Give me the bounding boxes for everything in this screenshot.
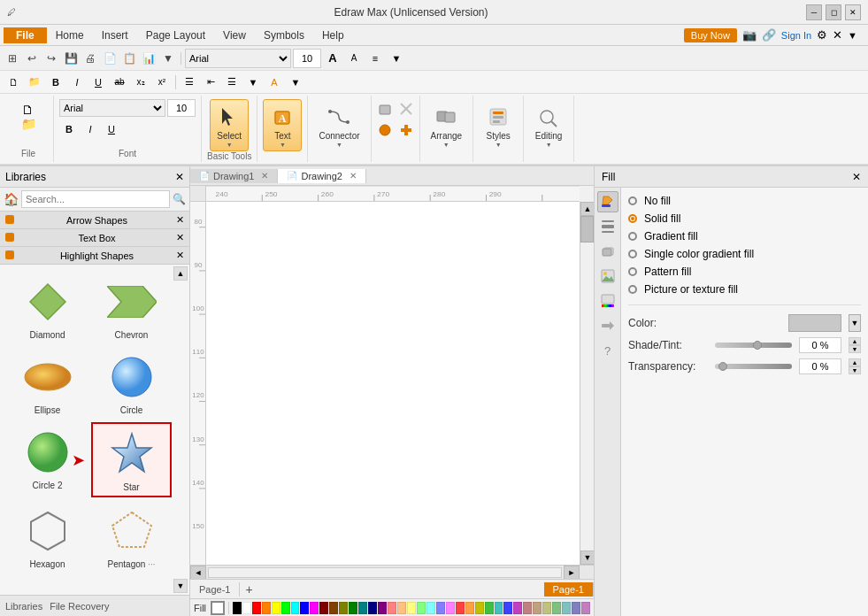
color-magenta[interactable]	[310, 602, 319, 614]
font-color-button[interactable]: ▼	[286, 73, 305, 92]
color-cyan[interactable]	[291, 602, 300, 614]
page1-tab[interactable]: Page-1	[190, 582, 240, 597]
arrow-shapes-close[interactable]: ✕	[176, 214, 184, 226]
color-lightcyan[interactable]	[426, 602, 435, 614]
highlight-shapes-section[interactable]: Highlight Shapes ✕	[0, 247, 189, 265]
menu-help[interactable]: Help	[313, 27, 353, 43]
fill-arrow-button[interactable]	[597, 315, 618, 336]
color-coral[interactable]	[465, 602, 474, 614]
close-ribbon-icon[interactable]: ✕	[833, 28, 842, 42]
text-box-section[interactable]: Text Box ✕	[0, 229, 189, 247]
drawing2-close[interactable]: ✕	[350, 171, 357, 181]
texture-fill-option[interactable]: Picture or texture fill	[628, 283, 861, 296]
ribbon-italic[interactable]: I	[81, 119, 100, 139]
color-tomato[interactable]	[456, 602, 465, 614]
color-thistle[interactable]	[581, 602, 590, 614]
shapes-scroll-up[interactable]: ▲	[173, 266, 188, 281]
color-red[interactable]	[252, 602, 261, 614]
color-lightgreen[interactable]	[417, 602, 426, 614]
no-fill-option[interactable]: No fill	[628, 195, 861, 207]
color-rosybrown[interactable]	[523, 602, 532, 614]
shapes-scroll-down[interactable]: ▼	[173, 579, 188, 593]
color-darkkhaki[interactable]	[542, 602, 551, 614]
menu-symbols[interactable]: Symbols	[255, 27, 313, 43]
text-box-close[interactable]: ✕	[176, 232, 184, 243]
restore-button[interactable]: ◻	[826, 4, 841, 20]
transparency-value-input[interactable]	[799, 358, 841, 374]
color-orchid[interactable]	[513, 602, 522, 614]
fill-shadow-button[interactable]	[597, 241, 618, 262]
transparency-down-button[interactable]: ▼	[849, 366, 861, 374]
libraries-close-button[interactable]: ✕	[175, 171, 184, 183]
color-steelteal[interactable]	[495, 602, 503, 614]
sign-in-link[interactable]: Sign In	[781, 30, 811, 41]
font-increase-button[interactable]: A	[323, 49, 342, 68]
color-black[interactable]	[233, 602, 242, 614]
font-size-ribbon[interactable]	[167, 99, 196, 117]
indent-dec-button[interactable]: ⇤	[201, 73, 220, 92]
color-salmon[interactable]	[388, 602, 396, 614]
transparency-slider[interactable]	[715, 364, 792, 369]
shade-slider[interactable]	[715, 343, 792, 348]
color-tan[interactable]	[533, 602, 542, 614]
hscroll-right-button[interactable]: ►	[564, 566, 580, 580]
drawing1-close[interactable]: ✕	[261, 171, 268, 181]
file-group-button[interactable]: 🗋📁	[9, 99, 48, 135]
list-button[interactable]: ☰	[180, 73, 199, 92]
arrow-shapes-section[interactable]: Arrow Shapes ✕	[0, 212, 189, 229]
indent-inc-button[interactable]: ☰	[222, 73, 242, 92]
arrange-button[interactable]: Arrange ▼	[426, 99, 468, 151]
solid-fill-option[interactable]: Solid fill	[628, 212, 861, 225]
menu-home[interactable]: Home	[47, 27, 93, 43]
hscroll-left-button[interactable]: ◄	[190, 566, 206, 580]
color-pick-button[interactable]: ▼	[243, 73, 263, 92]
color-picker-swatch[interactable]	[788, 314, 841, 332]
camera-icon[interactable]: 📷	[742, 28, 757, 42]
color-medgreen[interactable]	[485, 602, 494, 614]
qa-print-button[interactable]: 🖨	[81, 50, 99, 67]
pentagon-shape-item[interactable]: Pentagon ···	[91, 501, 172, 573]
font-family-select[interactable]: Arial	[185, 49, 291, 68]
select-button[interactable]: Select ▼	[210, 99, 249, 151]
strikethrough-button[interactable]: ab	[110, 73, 129, 92]
styles-button[interactable]: Styles ▼	[479, 99, 518, 151]
minimize-button[interactable]: ─	[806, 4, 822, 20]
shape-plus-button[interactable]	[396, 120, 416, 140]
transparency-up-button[interactable]: ▲	[849, 358, 861, 366]
highlight-shapes-close[interactable]: ✕	[176, 250, 184, 261]
search-button[interactable]: 🔍	[173, 193, 186, 205]
scroll-up-button[interactable]: ▲	[580, 202, 594, 216]
shade-down-button[interactable]: ▼	[849, 345, 861, 353]
color-maroon[interactable]	[319, 602, 328, 614]
diamond-shape-item[interactable]: Diamond	[7, 272, 88, 343]
add-page-button[interactable]: +	[240, 581, 257, 598]
vscrollbar[interactable]: ▲ ▼	[580, 202, 594, 565]
color-brown[interactable]	[329, 602, 338, 614]
shade-up-button[interactable]: ▲	[849, 337, 861, 345]
menu-view[interactable]: View	[214, 27, 255, 43]
color-green[interactable]	[349, 602, 357, 614]
color-navy[interactable]	[368, 602, 377, 614]
ribbon-underline[interactable]: U	[102, 119, 121, 139]
qa-chart-button[interactable]: 📊	[140, 50, 157, 67]
shape-x-button[interactable]	[396, 99, 416, 119]
color-cornflower[interactable]	[503, 602, 512, 614]
color-slateblue[interactable]	[572, 602, 580, 614]
qa-redo-button[interactable]: ↪	[42, 50, 60, 67]
fill-indicator[interactable]	[211, 601, 225, 615]
color-white[interactable]	[242, 602, 251, 614]
expand-icon[interactable]: ▼	[848, 30, 857, 41]
color-olive[interactable]	[339, 602, 348, 614]
color-peach[interactable]	[397, 602, 406, 614]
hexagon-shape-item[interactable]: Hexagon	[7, 501, 88, 573]
text-button[interactable]: A Text ▼	[263, 99, 302, 151]
bold-button[interactable]: B	[46, 73, 65, 92]
fill-paint-button[interactable]	[597, 191, 618, 212]
shape-circle-small-button[interactable]	[375, 120, 395, 140]
library-search-input[interactable]	[21, 190, 170, 208]
share-icon[interactable]: 🔗	[762, 28, 776, 42]
font-decrease-button[interactable]: A	[344, 49, 364, 68]
buy-now-button[interactable]: Buy Now	[684, 28, 737, 42]
color-darkyellow[interactable]	[475, 602, 484, 614]
menu-file[interactable]: File	[4, 27, 47, 43]
